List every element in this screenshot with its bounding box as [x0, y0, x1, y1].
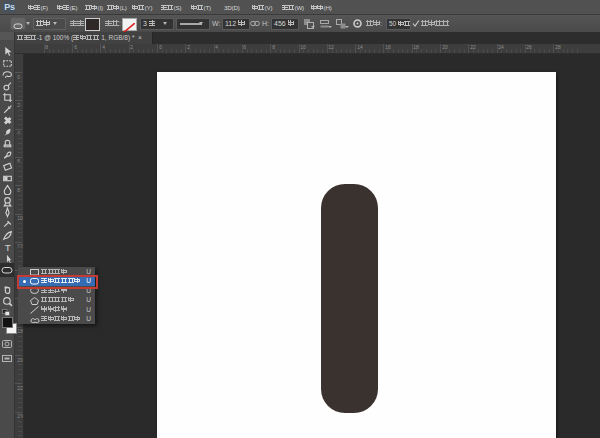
svg-text:T: T [4, 242, 10, 253]
